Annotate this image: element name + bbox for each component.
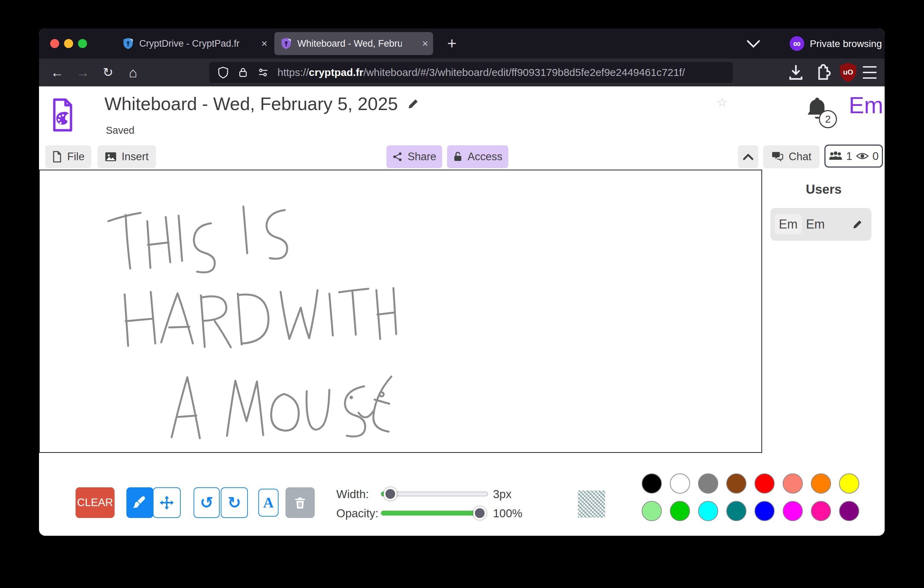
bookmark-star-icon[interactable]: ☆ bbox=[714, 92, 731, 113]
opacity-label: Opacity: bbox=[336, 507, 378, 520]
minimize-window-button[interactable] bbox=[64, 39, 73, 48]
lock-icon[interactable] bbox=[237, 66, 249, 79]
brush-tool-button[interactable] bbox=[126, 487, 153, 518]
color-swatch[interactable] bbox=[726, 473, 746, 494]
editors-people-icon bbox=[828, 150, 843, 162]
whiteboard-canvas[interactable] bbox=[39, 170, 762, 453]
opacity-value: 100% bbox=[493, 507, 522, 520]
url-bar[interactable]: https://cryptpad.fr/whiteboard/#/3/white… bbox=[209, 62, 733, 83]
downloads-icon[interactable] bbox=[786, 58, 806, 86]
viewers-count: 0 bbox=[873, 150, 879, 163]
opacity-slider-track[interactable] bbox=[381, 511, 486, 515]
redo-button[interactable]: ↻ bbox=[221, 487, 248, 518]
tab-close-icon[interactable]: × bbox=[422, 38, 428, 49]
desktop-background: CryptDrive - CryptPad.fr × Whiteboard - … bbox=[0, 0, 924, 588]
reload-button[interactable]: ↻ bbox=[98, 58, 118, 86]
tab-whiteboard[interactable]: Whiteboard - Wed, February 5, 2 × bbox=[274, 32, 433, 55]
tab-title: Whiteboard - Wed, February 5, 2 bbox=[297, 38, 402, 49]
ublock-origin-icon[interactable]: uO bbox=[838, 58, 858, 86]
url-text[interactable]: https://cryptpad.fr/whiteboard/#/3/white… bbox=[277, 66, 685, 78]
color-swatch[interactable] bbox=[698, 501, 718, 521]
share-button[interactable]: Share bbox=[386, 145, 442, 168]
tab-cryptdrive[interactable]: CryptDrive - CryptPad.fr × bbox=[116, 32, 272, 55]
brush-preview-swatch bbox=[578, 491, 605, 518]
private-browsing-label: Private browsing bbox=[810, 38, 882, 50]
permissions-sliders-icon[interactable] bbox=[257, 66, 270, 79]
trash-icon bbox=[293, 496, 307, 510]
browser-toolbar: ← → ↻ ⌂ https://cryptpad.fr/whiteboard/#… bbox=[39, 58, 884, 86]
color-swatch[interactable] bbox=[754, 501, 775, 521]
tab-strip: CryptDrive - CryptPad.fr × Whiteboard - … bbox=[39, 28, 884, 58]
collapse-toolbar-button[interactable] bbox=[738, 145, 758, 168]
cryptpad-shield-icon bbox=[122, 37, 134, 50]
clear-button[interactable]: CLEAR bbox=[76, 487, 115, 518]
color-palette bbox=[642, 473, 859, 521]
color-swatch[interactable] bbox=[839, 473, 859, 494]
menu-hamburger-icon[interactable] bbox=[863, 66, 877, 79]
color-swatch[interactable] bbox=[670, 501, 690, 521]
cryptpad-shield-icon bbox=[280, 37, 292, 50]
delete-button[interactable] bbox=[285, 487, 315, 518]
forward-button[interactable]: → bbox=[73, 58, 92, 86]
users-panel-title: Users bbox=[763, 182, 884, 197]
whiteboard-file-icon bbox=[52, 98, 73, 132]
color-swatch[interactable] bbox=[698, 473, 718, 494]
width-label: Width: bbox=[336, 488, 369, 501]
color-swatch[interactable] bbox=[811, 501, 831, 521]
back-button[interactable]: ← bbox=[47, 58, 67, 86]
viewers-eye-icon bbox=[856, 151, 869, 161]
notification-count-badge: 2 bbox=[819, 110, 837, 128]
color-swatch[interactable] bbox=[839, 501, 859, 521]
tracking-shield-icon[interactable] bbox=[217, 66, 229, 79]
width-slider-track[interactable] bbox=[381, 492, 488, 496]
color-swatch[interactable] bbox=[754, 473, 775, 494]
access-button[interactable]: Access bbox=[447, 145, 508, 168]
width-value: 3px bbox=[493, 488, 512, 501]
chat-button[interactable]: Chat bbox=[763, 145, 820, 168]
editors-count: 1 bbox=[846, 150, 852, 163]
close-window-button[interactable] bbox=[50, 39, 59, 48]
hand-drawing bbox=[40, 170, 761, 452]
zoom-window-button[interactable] bbox=[78, 39, 87, 48]
insert-menu-button[interactable]: Insert bbox=[97, 145, 156, 168]
chat-bubbles-icon bbox=[771, 151, 784, 162]
chevron-down-icon[interactable] bbox=[746, 38, 761, 49]
opacity-slider-handle[interactable] bbox=[473, 507, 487, 520]
color-swatch[interactable] bbox=[642, 501, 662, 521]
svg-text:uO: uO bbox=[843, 68, 853, 76]
image-icon bbox=[105, 152, 117, 162]
notifications-bell[interactable]: 2 bbox=[804, 94, 842, 132]
undo-button[interactable]: ↺ bbox=[193, 487, 220, 518]
move-tool-button[interactable] bbox=[153, 487, 181, 518]
extensions-puzzle-icon[interactable] bbox=[813, 58, 832, 86]
document-title: Whiteboard - Wed, February 5, 2025 bbox=[104, 93, 398, 114]
color-swatch[interactable] bbox=[783, 473, 803, 494]
color-swatch[interactable] bbox=[811, 473, 831, 494]
browser-window: CryptDrive - CryptPad.fr × Whiteboard - … bbox=[39, 28, 884, 536]
lock-icon bbox=[453, 151, 463, 162]
user-list-item: Em Em bbox=[771, 208, 871, 241]
color-swatch[interactable] bbox=[670, 473, 690, 494]
user-avatar[interactable]: Em bbox=[849, 92, 883, 119]
presence-counter[interactable]: 1 0 bbox=[825, 145, 883, 168]
user-initials-chip: Em bbox=[775, 214, 802, 235]
user-name: Em bbox=[806, 217, 825, 232]
new-tab-button[interactable]: + bbox=[442, 33, 462, 53]
file-menu-button[interactable]: File bbox=[45, 145, 91, 168]
edit-name-pencil-icon[interactable] bbox=[852, 219, 863, 230]
color-swatch[interactable] bbox=[783, 501, 803, 521]
tab-close-icon[interactable]: × bbox=[261, 38, 267, 49]
users-panel: Users Em Em bbox=[763, 170, 884, 453]
width-slider-handle[interactable] bbox=[384, 487, 397, 500]
rename-pencil-icon[interactable] bbox=[407, 97, 419, 110]
chevron-up-icon bbox=[742, 153, 754, 161]
color-swatch[interactable] bbox=[642, 473, 662, 494]
color-swatch[interactable] bbox=[726, 501, 746, 521]
file-page-icon bbox=[52, 151, 62, 163]
brush-icon bbox=[132, 495, 148, 511]
text-tool-button[interactable]: A bbox=[258, 489, 279, 517]
share-nodes-icon bbox=[393, 151, 403, 162]
save-status: Saved bbox=[106, 125, 134, 136]
url-domain: cryptpad.fr bbox=[309, 66, 363, 78]
home-button[interactable]: ⌂ bbox=[123, 58, 143, 86]
